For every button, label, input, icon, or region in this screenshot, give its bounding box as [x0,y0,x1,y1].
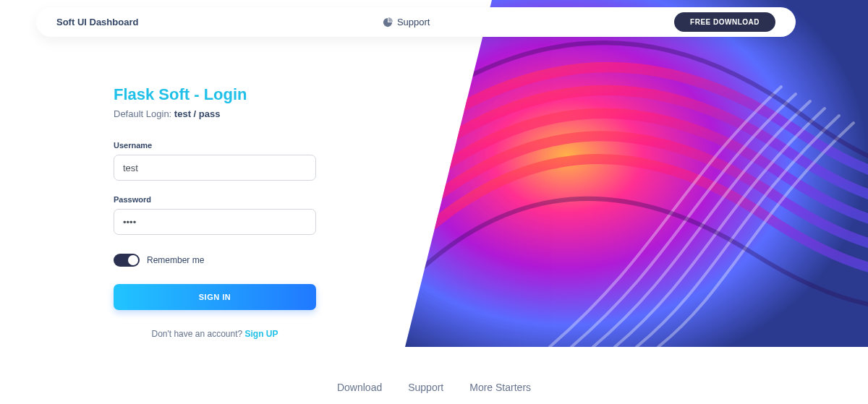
remember-label: Remember me [147,255,204,265]
brand-logo[interactable]: Soft UI Dashboard [56,17,138,27]
login-subtitle: Default Login: test / pass [114,108,331,119]
login-subtitle-credentials: test / pass [174,108,221,119]
pie-chart-icon [383,17,393,27]
login-subtitle-prefix: Default Login: [114,108,174,119]
password-input[interactable] [114,209,316,235]
footer-link-download[interactable]: Download [337,382,382,393]
username-label: Username [114,141,331,150]
remember-row: Remember me [114,254,331,267]
signup-row: Don't have an account? Sign UP [114,329,316,339]
login-card: Flask Soft - Login Default Login: test /… [114,85,331,339]
footer-links: Download Support More Starters [0,382,868,393]
nav-center: Support [138,17,674,27]
remember-toggle[interactable] [114,254,140,267]
support-link[interactable]: Support [397,17,430,27]
topbar: Soft UI Dashboard Support FREE DOWNLOAD [36,7,796,37]
password-label: Password [114,195,331,204]
username-input[interactable] [114,155,316,181]
hero-background [405,0,868,347]
footer-link-more-starters[interactable]: More Starters [469,382,531,393]
toggle-knob [128,255,138,265]
signup-prefix: Don't have an account? [151,329,244,339]
login-title: Flask Soft - Login [114,85,331,104]
sign-in-button[interactable]: SIGN IN [114,284,316,310]
footer-link-support[interactable]: Support [408,382,443,393]
free-download-button[interactable]: FREE DOWNLOAD [674,12,775,32]
sign-up-link[interactable]: Sign UP [245,329,278,339]
